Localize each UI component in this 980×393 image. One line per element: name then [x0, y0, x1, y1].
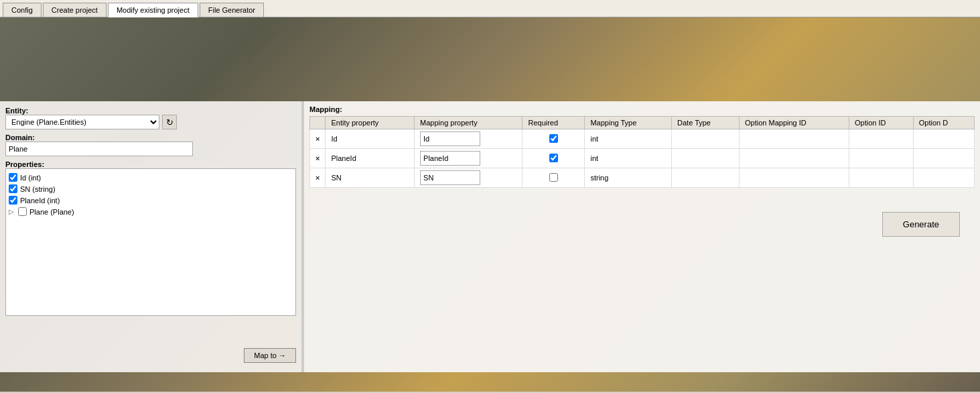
refresh-entity-button[interactable]: ↻	[162, 115, 177, 129]
col-mapping-type: Mapping Type	[585, 117, 672, 129]
properties-label: Properties:	[5, 160, 296, 168]
mapping-type-cell-1: int	[585, 149, 672, 168]
entity-property-cell-1: PlaneId	[326, 149, 415, 168]
prop-sn-label: SN (string)	[20, 185, 56, 193]
mapping-property-cell-0	[415, 129, 522, 149]
date-type-cell-0	[672, 129, 740, 149]
mapping-type-cell-2: string	[585, 168, 672, 188]
prop-plane-checkbox[interactable]	[18, 207, 27, 216]
mapping-title: Mapping:	[309, 105, 975, 113]
entity-label: Entity:	[5, 107, 296, 115]
prop-plane-label: Plane (Plane)	[29, 208, 74, 216]
prop-plane-expand[interactable]: ▷	[9, 208, 15, 215]
option-id-cell-1	[849, 149, 914, 168]
list-item: Id (int)	[9, 172, 293, 183]
required-checkbox-1[interactable]	[549, 154, 558, 162]
entity-property-cell-0: Id	[326, 129, 415, 149]
col-option-d: Option D	[913, 117, 974, 129]
entity-section: Entity: Engine (Plane.Entities) ↻	[5, 107, 296, 129]
tab-create-project[interactable]: Create project	[43, 3, 107, 17]
tab-config[interactable]: Config	[3, 3, 42, 17]
prop-sn-checkbox[interactable]	[9, 184, 17, 193]
prop-id-label: Id (int)	[20, 174, 41, 182]
entity-select[interactable]: Engine (Plane.Entities)	[5, 115, 159, 129]
tab-content: Entity: Engine (Plane.Entities) ↻ Domain…	[0, 101, 980, 372]
mapping-property-cell-1	[415, 149, 522, 168]
prop-id-checkbox[interactable]	[9, 173, 17, 182]
list-item: ▷ Plane (Plane)	[9, 206, 293, 217]
option-id-cell-0	[849, 129, 914, 149]
map-btn-area: Map to →	[5, 344, 296, 367]
generate-button[interactable]: Generate	[882, 212, 960, 237]
required-cell-1	[522, 149, 585, 168]
tab-modify-existing-project[interactable]: Modify existing project	[108, 3, 198, 17]
delete-row-2[interactable]: ×	[310, 168, 326, 188]
list-item: PlaneId (int)	[9, 194, 293, 206]
delete-row-1[interactable]: ×	[310, 149, 326, 168]
col-delete	[310, 117, 326, 129]
option-d-cell-1	[913, 149, 974, 168]
required-checkbox-0[interactable]	[549, 134, 558, 143]
mapping-property-input-2[interactable]	[420, 170, 480, 185]
table-row: × SN string	[310, 168, 975, 188]
option-mapping-id-cell-0	[740, 129, 849, 149]
option-mapping-id-cell-1	[740, 149, 849, 168]
list-item: SN (string)	[9, 183, 293, 194]
col-option-id: Option ID	[849, 117, 914, 129]
main-area: Projects parent path ... Project Folder …	[0, 17, 980, 392]
mapping-table: Entity property Mapping property Require…	[309, 116, 975, 188]
mapping-property-input-0[interactable]	[420, 131, 480, 146]
map-to-button[interactable]: Map to →	[244, 348, 296, 363]
properties-box[interactable]: Id (int) SN (string) PlaneId (int) ▷ Pla…	[5, 168, 296, 316]
option-d-cell-0	[913, 129, 974, 149]
entity-row: Engine (Plane.Entities) ↻	[5, 115, 296, 129]
prop-planeid-label: PlaneId (int)	[20, 196, 60, 205]
col-entity-property: Entity property	[326, 117, 415, 129]
col-date-type: Date Type	[672, 117, 740, 129]
domain-label: Domain:	[5, 133, 296, 142]
top-tab-bar: Config Create project Modify existing pr…	[0, 0, 980, 17]
date-type-cell-2	[672, 168, 740, 188]
option-mapping-id-cell-2	[740, 168, 849, 188]
tab-file-generator[interactable]: File Generator	[200, 3, 264, 17]
required-checkbox-2[interactable]	[549, 173, 558, 182]
delete-row-0[interactable]: ×	[310, 129, 326, 149]
option-d-cell-2	[913, 168, 974, 188]
properties-section: Properties: Id (int) SN (string) PlaneId…	[5, 160, 296, 340]
option-id-cell-2	[849, 168, 914, 188]
col-option-mapping-id: Option Mapping ID	[740, 117, 849, 129]
entity-property-cell-2: SN	[326, 168, 415, 188]
required-cell-0	[522, 129, 585, 149]
mapping-table-wrap[interactable]: Entity property Mapping property Require…	[309, 116, 975, 368]
table-row: × Id int	[310, 129, 975, 149]
table-row: × PlaneId int	[310, 149, 975, 168]
col-mapping-property: Mapping property	[415, 117, 522, 129]
prop-planeid-checkbox[interactable]	[9, 196, 17, 205]
domain-section: Domain:	[5, 133, 296, 156]
mapping-type-cell-0: int	[585, 129, 672, 149]
required-cell-2	[522, 168, 585, 188]
date-type-cell-1	[672, 149, 740, 168]
mapping-property-cell-2	[415, 168, 522, 188]
left-panel: Entity: Engine (Plane.Entities) ↻ Domain…	[0, 101, 301, 372]
domain-input[interactable]	[5, 142, 193, 156]
right-panel: Mapping: Entity property Mapping propert…	[304, 101, 980, 372]
col-required: Required	[522, 117, 585, 129]
mapping-property-input-1[interactable]	[420, 151, 480, 166]
